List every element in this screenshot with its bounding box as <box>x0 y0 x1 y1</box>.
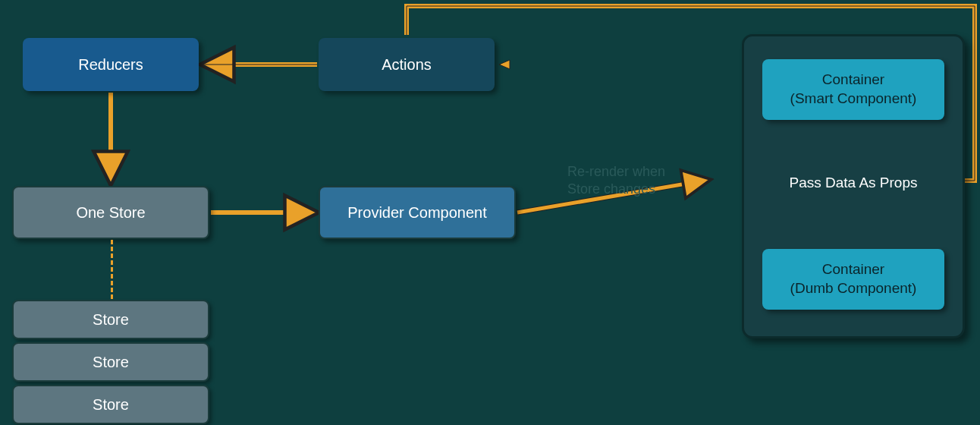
dumb-container-node: Container(Dumb Component) <box>762 249 944 310</box>
provider-node: Provider Component <box>319 186 516 239</box>
store-item: Store <box>12 342 209 382</box>
smart-container-node: Container(Smart Component) <box>762 59 944 120</box>
dashed-connector <box>111 240 113 299</box>
reducers-node: Reducers <box>23 38 199 91</box>
store-item: Store <box>12 385 209 424</box>
one-store-node: One Store <box>12 186 209 239</box>
edge-label-rerender: Re-render whenStore changes <box>567 163 665 197</box>
component-panel: Container(Smart Component) Pass Data As … <box>742 34 965 338</box>
store-item: Store <box>12 300 209 339</box>
actions-node: Actions <box>319 38 495 91</box>
store-stack: Store Store Store <box>12 300 209 425</box>
pass-data-label: Pass Data As Props <box>762 175 944 191</box>
